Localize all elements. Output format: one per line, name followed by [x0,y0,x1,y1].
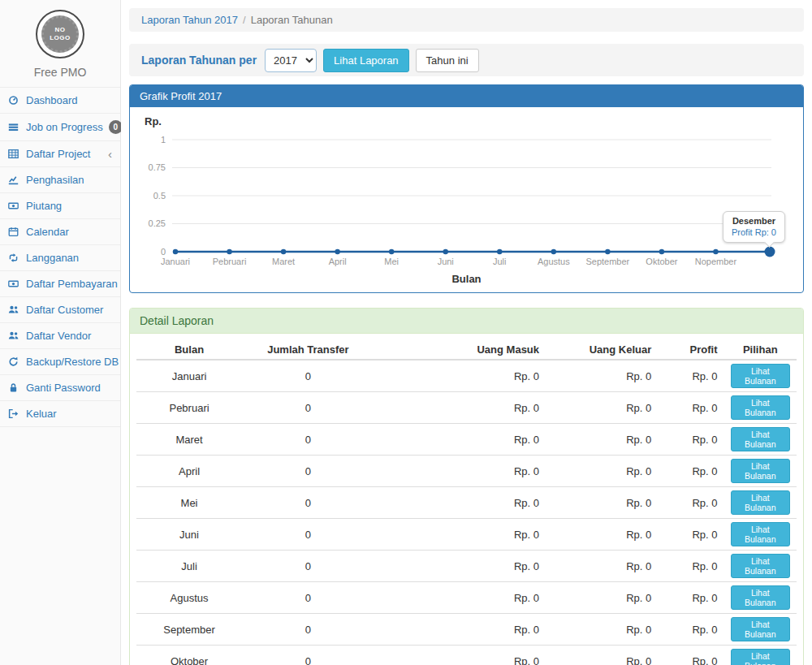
data-point-oktober[interactable] [659,249,664,254]
cell-uang-keluar: Rp. 0 [546,646,658,665]
lock-icon [8,382,20,393]
cell-uang-masuk: Rp. 0 [374,646,546,665]
lihat-bulanan-button[interactable]: Lihat Bulanan [731,459,790,483]
data-point-nopember[interactable] [713,249,718,254]
cell-jumlah-transfer: 0 [242,614,374,646]
chevron-left-icon: ‹ [108,150,112,158]
sidebar-item-label: Backup/Restore DB [26,356,119,368]
cell-profit: Rp. 0 [658,614,723,646]
chart-panel-title: Grafik Profit 2017 [130,85,803,107]
cell-profit: Rp. 0 [658,392,723,424]
detail-table-wrap: BulanJumlah TransferUang MasukUang Kelua… [130,334,803,665]
data-point-maret[interactable] [281,249,286,254]
cell-bulan: September [136,614,242,646]
cell-bulan: Januari [136,360,242,392]
tahun-ini-button[interactable]: Tahun ini [416,49,479,72]
lihat-bulanan-button[interactable]: Lihat Bulanan [731,522,790,546]
cell-uang-masuk: Rp. 0 [374,456,546,487]
table-row-oktober: Oktober0Rp. 0Rp. 0Rp. 0Lihat Bulanan [136,646,797,665]
sidebar-item-label: Langganan [26,252,79,264]
data-point-april[interactable] [335,249,339,254]
cell-uang-keluar: Rp. 0 [546,519,658,551]
sidebar-item-daftar-vendor[interactable]: Daftar Vendor [0,323,120,349]
lihat-bulanan-button[interactable]: Lihat Bulanan [731,554,790,578]
sidebar-item-piutang[interactable]: Piutang [0,193,120,219]
table-icon [8,149,20,159]
cell-pilihan: Lihat Bulanan [724,456,797,487]
data-point-september[interactable] [605,249,610,254]
lihat-bulanan-button[interactable]: Lihat Bulanan [731,427,790,451]
table-row-juli: Juli0Rp. 0Rp. 0Rp. 0Lihat Bulanan [136,551,797,582]
column-header-profit: Profit [658,340,723,360]
cell-profit: Rp. 0 [658,360,723,392]
sidebar-item-langganan[interactable]: Langganan [0,245,120,271]
table-header-row: BulanJumlah TransferUang MasukUang Kelua… [136,340,797,360]
lihat-bulanan-button[interactable]: Lihat Bulanan [731,649,790,665]
data-point-juni[interactable] [443,249,448,254]
cell-jumlah-transfer: 0 [242,456,374,487]
table-row-agustus: Agustus0Rp. 0Rp. 0Rp. 0Lihat Bulanan [136,582,797,614]
y-tick-label: 1 [161,135,166,145]
lihat-bulanan-button[interactable]: Lihat Bulanan [731,364,790,388]
cell-jumlah-transfer: 0 [242,551,374,582]
lihat-laporan-button[interactable]: Lihat Laporan [323,49,409,72]
cell-jumlah-transfer: 0 [242,424,374,456]
money-icon [8,201,20,211]
lihat-bulanan-button[interactable]: Lihat Bulanan [731,490,790,515]
sidebar-item-calendar[interactable]: Calendar [0,219,120,245]
sign-out-icon [8,408,20,419]
lihat-bulanan-button[interactable]: Lihat Bulanan [731,395,790,420]
y-tick-label: 0.75 [149,162,166,172]
cell-uang-keluar: Rp. 0 [546,360,658,392]
cell-jumlah-transfer: 0 [242,487,374,519]
data-point-januari[interactable] [173,249,178,254]
sidebar-item-dashboard[interactable]: Dashboard [0,88,120,114]
tooltip-title: Desember [732,216,776,226]
year-select[interactable]: 2017 [265,49,317,72]
data-point-desember[interactable] [765,247,775,257]
cell-pilihan: Lihat Bulanan [724,424,797,456]
table-row-september: September0Rp. 0Rp. 0Rp. 0Lihat Bulanan [136,614,797,646]
sidebar-item-label: Daftar Project [26,148,90,160]
data-point-agustus[interactable] [551,249,556,254]
x-tick-label: Juni [438,257,454,266]
sidebar-item-daftar-pembayaran[interactable]: Daftar Pembayaran [0,271,120,297]
y-tick-label: 0.25 [149,218,166,228]
table-row-maret: Maret0Rp. 0Rp. 0Rp. 0Lihat Bulanan [136,424,797,456]
profit-line-chart: 00.250.50.751JanuariPebruariMaretAprilMe… [136,130,797,270]
cell-uang-masuk: Rp. 0 [374,360,546,392]
users-icon [8,330,20,341]
no-logo-placeholder: NO LOGO [41,15,79,53]
x-tick-label: Juli [493,257,507,266]
cell-uang-masuk: Rp. 0 [374,392,546,424]
cell-profit: Rp. 0 [658,424,723,456]
cell-uang-keluar: Rp. 0 [546,392,658,424]
users-icon [8,304,20,315]
sidebar-item-ganti-password[interactable]: Ganti Password [0,375,120,401]
cell-jumlah-transfer: 0 [242,646,374,665]
data-point-mei[interactable] [389,249,394,254]
detail-report-panel: Detail Laporan BulanJumlah TransferUang … [129,308,804,665]
sidebar-item-daftar-customer[interactable]: Daftar Customer [0,297,120,323]
cell-bulan: Pebruari [136,392,242,424]
x-tick-label: Maret [272,257,295,266]
sidebar-item-label: Keluar [26,408,57,420]
cell-uang-keluar: Rp. 0 [546,582,658,614]
sidebar-item-backup-restore-db[interactable]: Backup/Restore DB [0,349,120,375]
table-row-juni: Juni0Rp. 0Rp. 0Rp. 0Lihat Bulanan [136,519,797,551]
table-row-januari: Januari0Rp. 0Rp. 0Rp. 0Lihat Bulanan [136,360,797,392]
breadcrumb-link[interactable]: Laporan Tahun 2017 [141,14,238,26]
sidebar-item-label: Piutang [26,200,62,212]
column-header-uang-masuk: Uang Masuk [374,340,546,360]
sidebar-item-penghasilan[interactable]: Penghasilan [0,167,120,193]
lihat-bulanan-button[interactable]: Lihat Bulanan [731,617,790,641]
lihat-bulanan-button[interactable]: Lihat Bulanan [731,585,790,610]
sidebar-item-label: Daftar Vendor [26,330,91,342]
cell-profit: Rp. 0 [658,456,723,487]
x-tick-label: April [329,257,347,266]
data-point-juli[interactable] [497,249,502,254]
data-point-pebruari[interactable] [227,249,231,254]
sidebar-item-job-on-progress[interactable]: Job on Progress0 [0,114,120,141]
sidebar-item-daftar-project[interactable]: Daftar Project‹ [0,141,120,167]
sidebar-item-keluar[interactable]: Keluar [0,401,120,427]
